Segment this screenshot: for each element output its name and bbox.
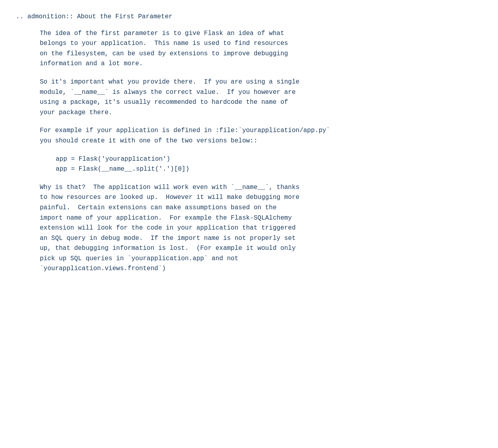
- paragraph-2: So it's important what you provide there…: [40, 77, 482, 118]
- inline-code-name: `__name__`: [70, 89, 109, 96]
- paragraph-1: The idea of the first parameter is to gi…: [40, 29, 482, 69]
- admonition-directive: .. admonition:: About the First Paramete…: [16, 12, 482, 274]
- admonition-body: The idea of the first parameter is to gi…: [16, 29, 482, 274]
- inline-code-name2: `__name__`: [231, 184, 269, 191]
- inline-code-file: `yourapplication/app.py`: [238, 127, 330, 134]
- inline-code-views: `yourapplication.views.frontend`: [40, 265, 162, 272]
- inline-code-app: `yourapplication.app`: [128, 255, 208, 262]
- code-line-2: app = Flask(__name__.split('.')[0]): [56, 164, 482, 175]
- paragraph-4: Why is that? The application will work e…: [40, 183, 482, 274]
- code-line-1: app = Flask('yourapplication'): [56, 154, 482, 165]
- code-block: app = Flask('yourapplication') app = Fla…: [40, 154, 482, 175]
- admonition-title: .. admonition:: About the First Paramete…: [16, 12, 482, 22]
- paragraph-3: For example if your application is defin…: [40, 126, 482, 146]
